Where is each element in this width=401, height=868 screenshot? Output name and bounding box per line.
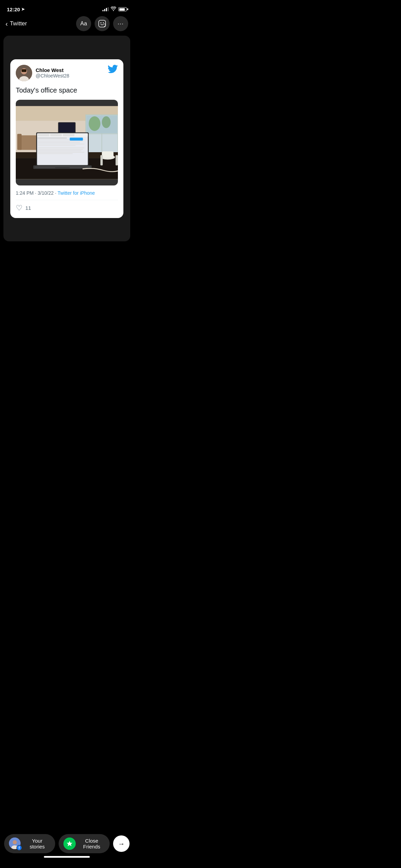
svg-rect-49	[38, 153, 73, 154]
emoji-button[interactable]	[95, 16, 110, 31]
svg-rect-57	[116, 155, 118, 165]
svg-point-16	[102, 116, 111, 128]
sticker-icon	[98, 20, 106, 27]
svg-rect-44	[38, 145, 76, 146]
more-button[interactable]: ···	[113, 16, 128, 31]
cafe-laptop-scene	[16, 100, 118, 185]
tweet-timestamp: 1:24 PM · 3/10/22 ·	[16, 190, 58, 196]
tweet-meta: 1:24 PM · 3/10/22 · Twitter for iPhone	[16, 190, 118, 196]
username: @ChloeWest28	[36, 73, 69, 79]
more-icon: ···	[118, 20, 124, 27]
svg-point-1	[100, 22, 101, 23]
svg-rect-42	[38, 142, 80, 143]
nav-bar: ‹ Twitter Aa ···	[0, 15, 134, 32]
wifi-icon	[111, 7, 116, 12]
svg-rect-39	[38, 137, 67, 138]
like-button[interactable]: ♡	[16, 204, 23, 213]
status-icons	[102, 7, 127, 12]
battery-icon	[118, 7, 127, 11]
signal-icon	[102, 7, 109, 11]
avatar	[16, 65, 32, 81]
svg-rect-56	[100, 155, 103, 165]
back-button[interactable]: ‹ Twitter	[5, 20, 27, 28]
main-content: Chloe West @ChloeWest28 Today's office s…	[3, 36, 130, 241]
svg-rect-48	[38, 152, 84, 153]
tweet-header: Chloe West @ChloeWest28	[16, 65, 118, 81]
text-size-button[interactable]: Aa	[76, 16, 91, 31]
svg-point-2	[103, 22, 104, 23]
svg-rect-43	[38, 144, 84, 144]
tweet-actions: ♡ 11	[16, 200, 118, 213]
svg-rect-45	[38, 147, 84, 148]
tweet-source-link[interactable]: Twitter for iPhone	[58, 190, 95, 196]
svg-rect-37	[50, 134, 62, 136]
tweet-image	[16, 100, 118, 185]
twitter-bird-icon	[108, 65, 118, 76]
svg-rect-46	[38, 149, 83, 149]
tweet-card: Chloe West @ChloeWest28 Today's office s…	[10, 59, 123, 218]
tweet-user-info: Chloe West @ChloeWest28	[16, 65, 69, 81]
user-names: Chloe West @ChloeWest28	[36, 67, 69, 79]
display-name: Chloe West	[36, 67, 69, 73]
back-label: Twitter	[10, 20, 27, 27]
svg-rect-36	[38, 134, 49, 136]
like-count: 11	[25, 205, 31, 211]
status-bar: 12:20 ➤	[0, 0, 134, 15]
svg-rect-50	[70, 137, 83, 141]
back-arrow-icon: ‹	[5, 20, 8, 28]
svg-point-15	[89, 116, 100, 131]
avatar-image	[16, 65, 32, 81]
svg-rect-55	[102, 151, 113, 158]
svg-rect-38	[63, 134, 74, 136]
svg-rect-53	[55, 167, 70, 168]
location-arrow-icon: ➤	[21, 7, 25, 12]
svg-rect-41	[38, 141, 83, 141]
svg-rect-6	[22, 69, 26, 72]
tweet-text: Today's office space	[16, 85, 118, 95]
nav-right-buttons: Aa ···	[76, 16, 128, 31]
svg-rect-47	[38, 150, 82, 151]
svg-rect-26	[59, 123, 75, 133]
status-time: 12:20 ➤	[7, 7, 25, 12]
svg-rect-18	[17, 134, 22, 150]
